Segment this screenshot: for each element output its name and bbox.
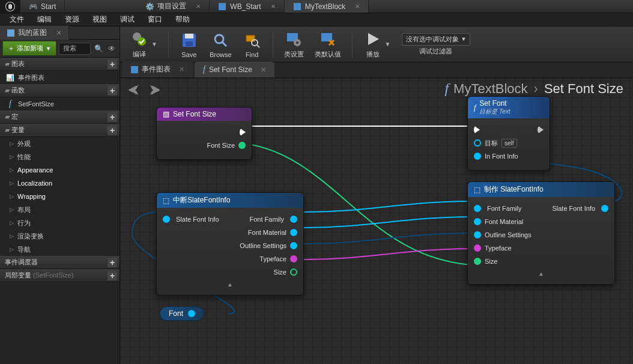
- section-local-vars[interactable]: 局部变量 (SetFontSize) +: [0, 269, 120, 282]
- name-out-pin[interactable]: [290, 255, 297, 262]
- blueprint-graph-canvas[interactable]: ⮜ ⮞ f MyTextBlock › Set Font Size ▧Set F…: [120, 78, 633, 364]
- section-functions[interactable]: ▰ 函数 +: [0, 84, 120, 97]
- function-icon: f: [203, 65, 205, 74]
- add-localvar-button[interactable]: +: [108, 271, 117, 281]
- svg-rect-4: [185, 34, 193, 38]
- play-button[interactable]: 播放: [363, 29, 383, 59]
- class-settings-button[interactable]: 类设置: [284, 29, 304, 59]
- menu-bar: 文件 编辑 资源 视图 调试 窗口 帮助: [0, 13, 633, 26]
- close-icon[interactable]: ✕: [355, 3, 360, 10]
- function-icon: f: [6, 100, 14, 108]
- breadcrumb: f MyTextBlock › Set Font Size: [444, 80, 623, 97]
- exec-out-pin[interactable]: [240, 128, 246, 136]
- menu-window[interactable]: 窗口: [142, 13, 168, 26]
- name-in-pin[interactable]: [474, 244, 481, 252]
- find-icon: [243, 31, 262, 50]
- section-variables[interactable]: ▰ 变量 +: [0, 124, 120, 137]
- add-variable-button[interactable]: +: [108, 126, 117, 135]
- gtab-set-font-size[interactable]: fSet Font Size✕: [195, 62, 274, 77]
- graph-icon: [131, 66, 138, 73]
- var-appearance-cn[interactable]: ▷外观: [0, 137, 120, 150]
- section-macros[interactable]: ▰ 宏 +: [0, 111, 120, 124]
- int-out-pin[interactable]: [290, 268, 297, 276]
- node-set-font[interactable]: f Set Font目标是 Text 目标self In Font Info: [467, 96, 550, 171]
- struct-in-pin[interactable]: [163, 216, 170, 223]
- my-blueprint-tab[interactable]: 我的蓝图✕: [0, 26, 120, 40]
- node-break-slatefontinfo[interactable]: ⬚中断SlateFontInfo Slate Font Info Font Fa…: [156, 192, 304, 296]
- var-behavior[interactable]: ▷行为: [0, 216, 120, 229]
- exec-in-pin[interactable]: [474, 126, 480, 134]
- object-in-pin[interactable]: [474, 139, 481, 147]
- item-setfontsize[interactable]: fSetFontSize: [0, 97, 120, 111]
- close-icon[interactable]: ✕: [179, 65, 184, 73]
- struct-in-pin[interactable]: [474, 231, 481, 238]
- gtab-event-graph[interactable]: 事件图表✕: [123, 61, 193, 77]
- play-dropdown[interactable]: ▼: [385, 41, 391, 47]
- search-input[interactable]: 搜索: [59, 43, 91, 55]
- node-var-font[interactable]: Font: [160, 306, 204, 321]
- tab-project-settings[interactable]: ⚙️ 项目设置 ✕: [137, 0, 210, 13]
- node-entry-setfontsize[interactable]: ▧Set Font Size Font Size: [156, 107, 252, 160]
- close-icon[interactable]: ✕: [196, 3, 201, 10]
- browse-icon: [211, 31, 230, 50]
- expand-icon[interactable]: ▲: [163, 281, 297, 288]
- defaults-icon: [318, 29, 338, 49]
- var-localization[interactable]: ▷Localization: [0, 177, 120, 190]
- struct-out-pin[interactable]: [290, 242, 297, 249]
- var-performance[interactable]: ▷性能: [0, 150, 120, 163]
- close-icon[interactable]: ✕: [271, 3, 276, 10]
- struct-in-pin[interactable]: [474, 153, 481, 160]
- var-render[interactable]: ▷渲染变换: [0, 229, 120, 243]
- object-in-pin[interactable]: [474, 205, 481, 212]
- break-icon: ⬚: [163, 196, 169, 205]
- object-out-pin[interactable]: [290, 216, 297, 223]
- int-in-pin[interactable]: [474, 258, 481, 265]
- chevron-right-icon: ▷: [10, 154, 14, 160]
- menu-asset[interactable]: 资源: [59, 13, 85, 26]
- chevron-right-icon: ▷: [10, 193, 14, 199]
- tab-mytextblock[interactable]: MyTextBlock ✕: [285, 0, 369, 13]
- close-icon[interactable]: ✕: [56, 29, 61, 36]
- var-nav[interactable]: ▷导航: [0, 243, 120, 256]
- add-function-button[interactable]: +: [108, 86, 117, 96]
- add-graph-button[interactable]: +: [108, 59, 117, 69]
- debug-object-select[interactable]: 没有选中调试对象▼: [402, 33, 471, 46]
- close-icon[interactable]: ✕: [261, 66, 266, 74]
- level-icon: 🎮: [29, 2, 37, 11]
- search-icon[interactable]: 🔍: [93, 43, 104, 54]
- var-layout[interactable]: ▷布局: [0, 203, 120, 216]
- object-out-pin[interactable]: [290, 229, 297, 236]
- menu-help[interactable]: 帮助: [169, 13, 196, 26]
- browse-button[interactable]: Browse: [210, 31, 232, 58]
- nav-back-button[interactable]: ⮜: [126, 83, 142, 99]
- compile-button[interactable]: 编译: [130, 29, 149, 59]
- eye-icon[interactable]: 👁: [106, 43, 117, 54]
- struct-out-pin[interactable]: [188, 310, 195, 317]
- plus-icon: ＋: [8, 44, 14, 53]
- tab-start[interactable]: 🎮 Start: [20, 0, 65, 13]
- add-macro-button[interactable]: +: [108, 112, 117, 122]
- menu-file[interactable]: 文件: [4, 13, 30, 26]
- add-dispatcher-button[interactable]: +: [108, 258, 117, 267]
- section-dispatchers[interactable]: 事件调度器 +: [0, 256, 120, 269]
- item-event-graph[interactable]: 📊事件图表: [0, 71, 120, 84]
- var-appearance[interactable]: ▷Appearance: [0, 163, 120, 177]
- object-in-pin[interactable]: [474, 218, 481, 225]
- var-wrapping[interactable]: ▷Wrapping: [0, 190, 120, 203]
- tab-wb-start[interactable]: WB_Start ✕: [210, 0, 284, 13]
- save-button[interactable]: Save: [180, 31, 199, 58]
- node-make-slatefontinfo[interactable]: ⬚制作 SlateFontInfo Font Family Slate Font…: [467, 181, 615, 285]
- add-new-button[interactable]: ＋添加新项▼: [2, 41, 56, 56]
- find-button[interactable]: Find: [243, 31, 262, 58]
- section-graphs[interactable]: ▰ 图表 +: [0, 58, 120, 71]
- struct-out-pin[interactable]: [601, 205, 608, 212]
- class-defaults-button[interactable]: 类默认值: [315, 29, 341, 59]
- compile-dropdown[interactable]: ▼: [151, 41, 157, 47]
- float-out-pin[interactable]: [238, 142, 246, 149]
- expand-icon[interactable]: ▲: [474, 270, 608, 277]
- nav-fwd-button[interactable]: ⮞: [148, 83, 163, 99]
- menu-debug[interactable]: 调试: [114, 13, 141, 26]
- menu-view[interactable]: 视图: [86, 13, 113, 26]
- menu-edit[interactable]: 编辑: [31, 13, 58, 26]
- exec-out-pin[interactable]: [538, 126, 544, 134]
